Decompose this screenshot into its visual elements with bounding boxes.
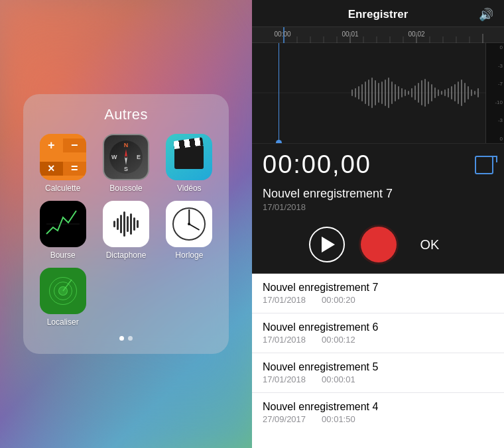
svg-rect-26 — [358, 86, 359, 99]
timer-display: 00:00,00 — [263, 150, 371, 179]
svg-rect-52 — [444, 89, 446, 96]
current-recording-name: Nouvel enregistrement 7 — [263, 187, 493, 201]
svg-rect-54 — [451, 86, 452, 99]
trim-icon[interactable] — [475, 156, 493, 174]
db-label-0top: 0 — [487, 44, 503, 50]
rec-list-duration-1: 00:00:12 — [322, 335, 355, 345]
record-button[interactable] — [361, 227, 397, 262]
recorder-header: Enregistrer 🔊 — [252, 0, 504, 27]
app-boussole[interactable]: N S E W Boussole — [97, 134, 155, 193]
svg-rect-51 — [441, 91, 442, 95]
svg-rect-61 — [474, 91, 475, 95]
svg-rect-47 — [428, 82, 429, 104]
svg-rect-49 — [434, 87, 436, 98]
playback-controls: OK — [252, 217, 504, 274]
list-item[interactable]: Nouvel enregistrement 6 17/01/2018 00:00… — [252, 313, 504, 353]
svg-rect-45 — [421, 80, 422, 105]
page-dots — [34, 336, 218, 341]
svg-rect-33 — [381, 82, 383, 104]
svg-rect-42 — [411, 88, 412, 97]
db-label-10: -10 — [487, 99, 503, 105]
app-icon-boussole: N S E W — [103, 134, 149, 180]
app-icon-horloge — [166, 201, 212, 247]
recordings-list: Nouvel enregistrement 7 17/01/2018 00:00… — [252, 274, 504, 448]
rec-list-duration-3: 00:01:50 — [322, 414, 355, 424]
db-label-3b: -3 — [487, 117, 503, 123]
db-scale: 0 -3 -7 -10 -3 0 — [485, 43, 504, 143]
app-label-boussole: Boussole — [109, 184, 142, 193]
rec-list-meta-0: 17/01/2018 00:00:20 — [263, 295, 493, 305]
rec-list-meta-1: 17/01/2018 00:00:12 — [263, 335, 493, 345]
svg-rect-25 — [355, 88, 356, 97]
waveform-content: 0 -3 -7 -10 -3 0 — [252, 43, 504, 143]
svg-rect-55 — [454, 84, 456, 101]
svg-rect-39 — [401, 88, 403, 97]
app-icon-localiser — [40, 268, 86, 314]
svg-text:00:01: 00:01 — [342, 30, 358, 38]
apps-grid: + − × = Calculette N S E W — [34, 134, 218, 327]
svg-rect-53 — [448, 88, 449, 97]
svg-rect-56 — [458, 82, 459, 104]
app-label-localiser: Localiser — [47, 317, 79, 327]
app-calculette[interactable]: + − × = Calculette — [34, 134, 92, 193]
rec-list-name-1: Nouvel enregistrement 6 — [263, 321, 493, 333]
right-panel: Enregistrer 🔊 — [252, 0, 504, 448]
svg-rect-57 — [461, 80, 462, 106]
svg-rect-31 — [375, 80, 376, 105]
time-ruler: 00:00 00:01 00:02 — [252, 27, 504, 43]
waveform-svg — [252, 43, 485, 143]
rec-list-name-0: Nouvel enregistrement 7 — [263, 282, 493, 294]
waveform-canvas — [252, 43, 485, 143]
folder-title: Autres — [34, 106, 218, 123]
radar-icon — [48, 276, 78, 306]
timer-section: 00:00,00 — [252, 143, 504, 184]
play-button[interactable] — [309, 227, 345, 262]
svg-rect-27 — [361, 84, 363, 101]
list-item[interactable]: Nouvel enregistrement 4 27/09/2017 00:01… — [252, 393, 504, 432]
rec-list-meta-3: 27/09/2017 00:01:50 — [263, 414, 493, 424]
db-label-3: -3 — [487, 63, 503, 69]
recorder-title: Enregistrer — [348, 8, 409, 21]
app-label-dictaphone: Dictaphone — [106, 251, 147, 260]
left-panel: Autres + − × = Calculette N S — [0, 0, 252, 448]
app-horloge[interactable]: Horloge — [160, 201, 218, 260]
app-bourse[interactable]: Bourse — [34, 201, 92, 260]
ok-button[interactable]: OK — [412, 232, 448, 258]
svg-rect-44 — [418, 83, 419, 103]
rec-list-date-3: 27/09/2017 — [263, 414, 306, 424]
svg-rect-43 — [414, 85, 416, 100]
app-localiser[interactable]: Localiser — [34, 268, 92, 327]
dictaphone-waveform-icon — [113, 211, 139, 237]
svg-text:00:00: 00:00 — [274, 30, 290, 38]
app-label-bourse: Bourse — [50, 251, 76, 260]
waveform-playhead — [279, 43, 279, 143]
rec-list-duration-2: 00:00:01 — [322, 374, 355, 384]
svg-rect-40 — [405, 89, 406, 96]
current-recording-info: Nouvel enregistrement 7 17/01/2018 — [252, 184, 504, 217]
app-videos[interactable]: Vidéos — [160, 134, 218, 193]
speaker-icon: 🔊 — [479, 7, 493, 22]
svg-line-3 — [63, 280, 72, 291]
svg-rect-38 — [398, 86, 399, 99]
list-item[interactable]: Nouvel enregistrement 7 17/01/2018 00:00… — [252, 274, 504, 313]
rec-list-duration-0: 00:00:20 — [322, 295, 355, 305]
db-label-0bot: 0 — [487, 136, 503, 142]
svg-rect-58 — [464, 83, 466, 103]
app-label-calculette: Calculette — [45, 184, 80, 193]
svg-rect-24 — [351, 89, 353, 96]
rec-list-meta-2: 17/01/2018 00:00:01 — [263, 374, 493, 384]
rec-list-date-2: 17/01/2018 — [263, 374, 306, 384]
app-label-videos: Vidéos — [177, 184, 201, 193]
svg-rect-46 — [424, 79, 426, 107]
svg-rect-36 — [391, 82, 393, 104]
list-item[interactable]: Nouvel enregistrement 5 17/01/2018 00:00… — [252, 353, 504, 393]
page-dot-1 — [119, 336, 124, 341]
app-dictaphone[interactable]: Dictaphone — [97, 201, 155, 260]
db-label-7: -7 — [487, 81, 503, 87]
play-triangle-icon — [322, 237, 335, 252]
svg-rect-48 — [431, 84, 432, 101]
page-dot-2 — [128, 336, 133, 341]
rec-list-name-2: Nouvel enregistrement 5 — [263, 361, 493, 373]
svg-rect-50 — [438, 89, 439, 96]
app-icon-bourse — [40, 201, 86, 247]
